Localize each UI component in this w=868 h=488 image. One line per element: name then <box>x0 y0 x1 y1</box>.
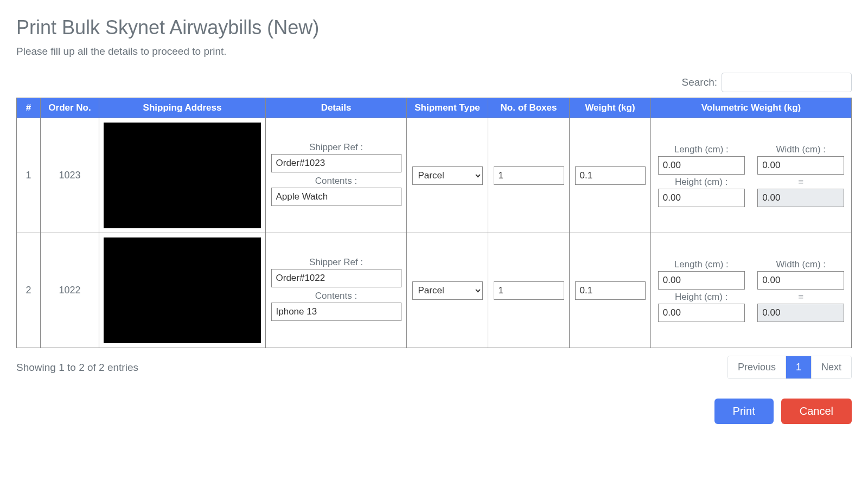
cell-index: 1 <box>17 118 41 233</box>
th-details: Details <box>266 98 407 118</box>
search-label: Search: <box>682 76 717 88</box>
cell-shipping-address <box>99 118 266 233</box>
page-subtitle: Please fill up all the details to procee… <box>16 46 852 57</box>
cell-weight <box>570 233 651 348</box>
pager: Previous 1 Next <box>727 356 852 379</box>
boxes-input[interactable] <box>494 281 564 300</box>
shipper-ref-input[interactable] <box>271 269 401 287</box>
weight-input[interactable] <box>575 281 646 300</box>
cell-shipment-type: Parcel <box>407 233 488 348</box>
length-input[interactable] <box>658 271 745 290</box>
length-label: Length (cm) : <box>655 144 748 155</box>
width-input[interactable] <box>757 156 844 175</box>
cell-boxes <box>488 233 570 348</box>
cell-shipping-address <box>99 233 266 348</box>
width-input[interactable] <box>757 271 844 290</box>
cell-vol-weight: Length (cm) : Width (cm) : Height (cm) :… <box>651 233 852 348</box>
cell-details: Shipper Ref : Contents : <box>266 233 407 348</box>
shipper-ref-label: Shipper Ref : <box>270 142 402 153</box>
cell-vol-weight: Length (cm) : Width (cm) : Height (cm) :… <box>651 118 852 233</box>
vol-result-input <box>757 304 844 322</box>
cell-shipment-type: Parcel <box>407 118 488 233</box>
shipper-ref-label: Shipper Ref : <box>270 257 402 268</box>
contents-input[interactable] <box>271 303 401 321</box>
equals-label: = <box>755 292 847 303</box>
height-label: Height (cm) : <box>655 177 748 188</box>
cell-details: Shipper Ref : Contents : <box>266 118 407 233</box>
shipping-address-image <box>104 123 261 228</box>
shipper-ref-input[interactable] <box>271 154 401 172</box>
th-vol-weight: Volumetric Weight (kg) <box>651 98 852 118</box>
shipping-address-image <box>104 237 261 343</box>
print-button[interactable]: Print <box>714 399 774 424</box>
equals-label: = <box>755 177 847 188</box>
cell-order-no: 1022 <box>41 233 99 348</box>
length-label: Length (cm) : <box>655 259 748 270</box>
th-weight: Weight (kg) <box>570 98 651 118</box>
th-boxes: No. of Boxes <box>488 98 570 118</box>
search-input[interactable] <box>722 73 852 92</box>
height-input[interactable] <box>658 189 745 207</box>
th-ship-type: Shipment Type <box>407 98 488 118</box>
shipment-type-select[interactable]: Parcel <box>412 166 483 185</box>
pager-page-1[interactable]: 1 <box>786 356 812 378</box>
weight-input[interactable] <box>575 166 646 185</box>
contents-input[interactable] <box>271 188 401 206</box>
th-index: # <box>17 98 41 118</box>
contents-label: Contents : <box>270 176 402 187</box>
cell-index: 2 <box>17 233 41 348</box>
width-label: Width (cm) : <box>755 259 847 270</box>
table-row: 2 1022 Shipper Ref : Contents : Parcel L… <box>17 233 852 348</box>
length-input[interactable] <box>658 156 745 175</box>
orders-table: # Order No. Shipping Address Details Shi… <box>16 98 852 348</box>
shipment-type-select[interactable]: Parcel <box>412 281 483 300</box>
height-input[interactable] <box>658 304 745 322</box>
pager-next[interactable]: Next <box>812 356 851 378</box>
boxes-input[interactable] <box>494 166 564 185</box>
table-row: 1 1023 Shipper Ref : Contents : Parcel L… <box>17 118 852 233</box>
contents-label: Contents : <box>270 291 402 301</box>
cell-weight <box>570 118 651 233</box>
cancel-button[interactable]: Cancel <box>781 399 852 424</box>
cell-order-no: 1023 <box>41 118 99 233</box>
height-label: Height (cm) : <box>655 292 748 303</box>
pager-previous[interactable]: Previous <box>728 356 786 378</box>
cell-boxes <box>488 118 570 233</box>
th-ship-addr: Shipping Address <box>99 98 266 118</box>
vol-result-input <box>757 189 844 207</box>
th-order-no: Order No. <box>41 98 99 118</box>
entries-text: Showing 1 to 2 of 2 entries <box>16 362 138 374</box>
width-label: Width (cm) : <box>755 144 847 155</box>
page-title: Print Bulk Skynet Airwaybills (New) <box>16 16 852 39</box>
